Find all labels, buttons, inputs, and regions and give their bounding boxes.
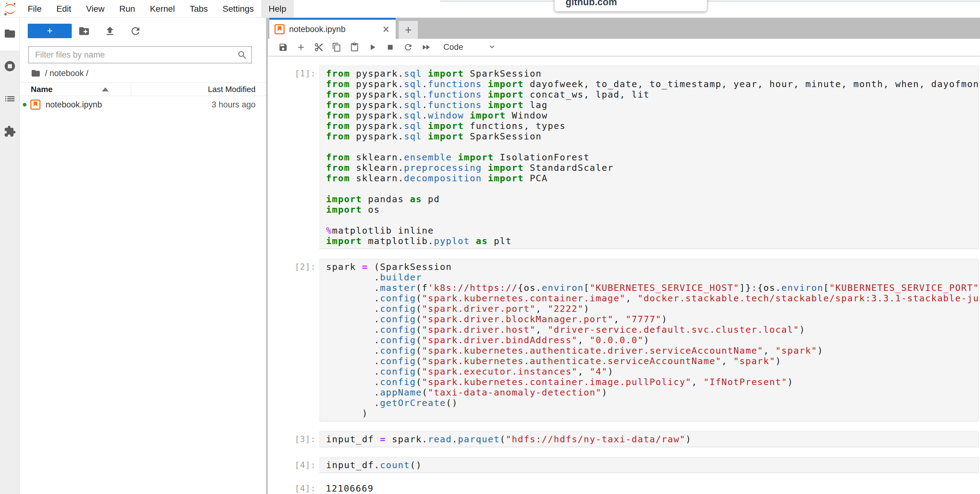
- menu-item-view[interactable]: View: [78, 0, 112, 17]
- fast-forward-icon: [421, 43, 431, 52]
- file-list-header: Name Last Modified: [20, 83, 266, 96]
- breadcrumb[interactable]: / notebook /: [31, 67, 88, 80]
- browser-edge-line: [440, 1, 980, 2]
- execution-count: [3]:: [268, 431, 320, 447]
- tab-bar: notebook.ipynb × +: [268, 18, 980, 39]
- menu-item-edit[interactable]: Edit: [49, 0, 78, 17]
- run-icon: [368, 43, 377, 52]
- code-cell: [4]:input_df.count(): [268, 457, 980, 473]
- file-list: notebook.ipynb3 hours ago: [20, 96, 266, 113]
- sidebar-item-file-browser[interactable]: [0, 18, 19, 51]
- folder-icon: [4, 27, 16, 41]
- plus-icon: [296, 43, 306, 52]
- code-cell: [1]:from pyspark.sql import SparkSession…: [268, 65, 980, 249]
- menu-item-file[interactable]: File: [20, 0, 49, 17]
- menu-items: FileEditViewRunKernelTabsSettingsHelp: [20, 0, 294, 17]
- tab-notebook[interactable]: notebook.ipynb ×: [269, 18, 396, 39]
- execution-count: [4]:: [268, 457, 320, 473]
- notebook-file-icon: [274, 24, 285, 35]
- link-status-popup: github.com: [554, 0, 707, 12]
- sidebar-item-running-sessions[interactable]: [0, 51, 19, 83]
- clipboard-icon: [350, 43, 359, 52]
- cell-editor[interactable]: input_df = spark.read.parquet("hdfs://hd…: [320, 431, 979, 447]
- new-folder-button[interactable]: [78, 25, 90, 37]
- upload-button[interactable]: [104, 25, 116, 37]
- paste-cells-button[interactable]: [345, 41, 363, 54]
- code-cell: [2]:spark = (SparkSession .builder .mast…: [268, 259, 980, 421]
- file-row[interactable]: notebook.ipynb3 hours ago: [20, 96, 266, 113]
- copy-cells-button[interactable]: [328, 41, 345, 54]
- notebook-file-icon: [30, 99, 41, 110]
- file-last-modified: 3 hours ago: [212, 100, 266, 110]
- cut-cells-button[interactable]: [310, 41, 328, 54]
- jupyter-logo: [0, 0, 20, 17]
- tab-title: notebook.ipynb: [289, 25, 382, 34]
- close-icon[interactable]: ×: [382, 24, 391, 35]
- kernel-running-dot: [23, 103, 27, 106]
- breadcrumb-path: / notebook /: [45, 68, 88, 78]
- menu-item-help[interactable]: Help: [261, 0, 294, 17]
- save-button[interactable]: [274, 41, 292, 54]
- list-icon: [4, 93, 16, 106]
- column-header-name[interactable]: Name: [20, 85, 52, 94]
- code-cell: [3]:input_df = spark.read.parquet("hdfs:…: [268, 431, 980, 447]
- output-area: [4]:12106669: [268, 480, 980, 494]
- notebook-content: [1]:from pyspark.sql import SparkSession…: [268, 56, 980, 494]
- menu-item-tabs[interactable]: Tabs: [182, 0, 215, 17]
- plus-icon: +: [405, 24, 412, 37]
- sidebar-item-table-of-contents[interactable]: [0, 83, 19, 116]
- save-icon: [278, 43, 288, 52]
- execution-count: [1]:: [268, 65, 320, 249]
- restart-icon: [403, 43, 413, 52]
- copy-icon: [332, 43, 342, 52]
- puzzle-icon: [4, 125, 16, 139]
- cell-editor[interactable]: from pyspark.sql import SparkSessionfrom…: [320, 65, 979, 249]
- run-cell-button[interactable]: [363, 41, 381, 54]
- cell-type-dropdown[interactable]: Code: [443, 42, 496, 52]
- restart-run-all-button[interactable]: [417, 41, 435, 54]
- sidebar-item-extensions[interactable]: [0, 116, 19, 148]
- interrupt-kernel-button[interactable]: [381, 41, 399, 54]
- refresh-button[interactable]: [130, 25, 141, 37]
- new-tab-button[interactable]: +: [399, 21, 418, 39]
- popup-text: github.com: [566, 0, 617, 7]
- file-browser-panel: + / notebook / Name Last Modified notebo…: [20, 18, 268, 494]
- cell-type-value: Code: [443, 43, 463, 52]
- scissors-icon: [314, 43, 324, 52]
- execution-count: [4]:: [268, 480, 320, 494]
- restart-kernel-button[interactable]: [399, 41, 417, 54]
- cell-editor[interactable]: spark = (SparkSession .builder .master(f…: [320, 259, 979, 421]
- plus-icon: +: [47, 25, 52, 37]
- column-divider: [131, 83, 131, 95]
- sort-ascending-icon: [102, 87, 109, 91]
- notebook-toolbar: Code: [268, 39, 980, 56]
- home-folder-icon: [31, 68, 41, 78]
- execution-count: [2]:: [268, 259, 320, 421]
- left-sidebar: [0, 18, 20, 494]
- output-text: 12106669: [320, 480, 980, 494]
- menu-item-settings[interactable]: Settings: [215, 0, 261, 17]
- chevron-down-icon: [487, 42, 496, 52]
- column-header-last-modified[interactable]: Last Modified: [208, 85, 266, 94]
- app-shell: + / notebook / Name Last Modified notebo…: [0, 18, 980, 494]
- search-icon: [237, 50, 248, 60]
- cell-editor[interactable]: input_df.count(): [320, 457, 979, 473]
- menu-item-kernel[interactable]: Kernel: [143, 0, 182, 17]
- filter-files-input[interactable]: [29, 47, 251, 63]
- main-area: notebook.ipynb × +: [268, 18, 980, 494]
- stop-circle-icon: [4, 60, 16, 73]
- new-launcher-button[interactable]: +: [28, 24, 72, 38]
- stop-icon: [385, 43, 395, 52]
- add-cell-button[interactable]: [292, 41, 310, 54]
- menu-item-run[interactable]: Run: [112, 0, 143, 17]
- filter-files-box: [28, 46, 252, 64]
- file-name: notebook.ipynb: [46, 100, 102, 110]
- menu-bar: FileEditViewRunKernelTabsSettingsHelp: [0, 0, 980, 18]
